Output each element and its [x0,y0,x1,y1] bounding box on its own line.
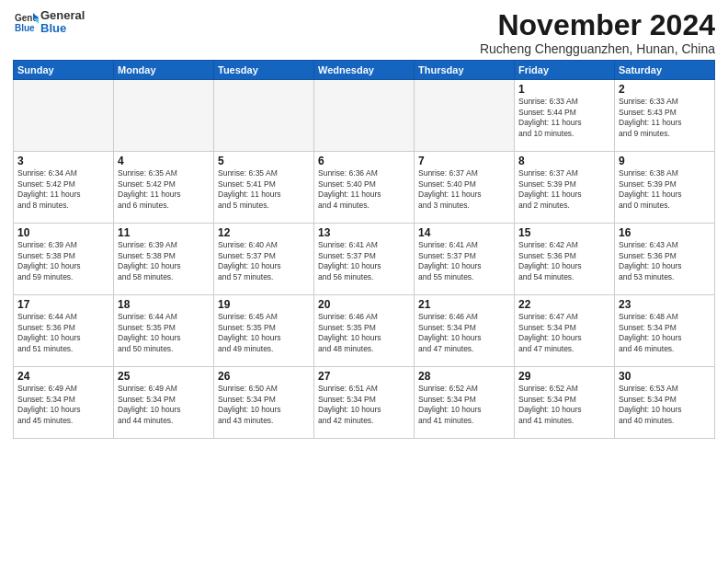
logo-blue: Blue [40,22,85,35]
calendar-cell: 1Sunrise: 6:33 AM Sunset: 5:44 PM Daylig… [515,80,615,152]
day-number: 29 [518,370,610,383]
days-of-week-row: Sunday Monday Tuesday Wednesday Thursday… [14,61,715,80]
calendar-cell: 28Sunrise: 6:52 AM Sunset: 5:34 PM Dayli… [415,367,515,439]
day-number: 24 [17,370,109,383]
day-info: Sunrise: 6:39 AM Sunset: 5:38 PM Dayligh… [118,240,210,282]
calendar-cell [114,80,214,152]
calendar-cell: 9Sunrise: 6:38 AM Sunset: 5:39 PM Daylig… [615,152,715,224]
day-info: Sunrise: 6:48 AM Sunset: 5:34 PM Dayligh… [619,312,711,354]
day-number: 13 [318,226,410,239]
day-number: 16 [619,226,711,239]
calendar-cell: 24Sunrise: 6:49 AM Sunset: 5:34 PM Dayli… [14,367,114,439]
day-info: Sunrise: 6:39 AM Sunset: 5:38 PM Dayligh… [17,240,109,282]
day-number: 18 [118,298,210,311]
day-number: 12 [218,226,310,239]
calendar-cell: 7Sunrise: 6:37 AM Sunset: 5:40 PM Daylig… [415,152,515,224]
day-info: Sunrise: 6:44 AM Sunset: 5:36 PM Dayligh… [17,312,109,354]
day-info: Sunrise: 6:49 AM Sunset: 5:34 PM Dayligh… [17,384,109,426]
calendar-week-4: 17Sunrise: 6:44 AM Sunset: 5:36 PM Dayli… [14,295,715,367]
svg-text:Blue: Blue [15,23,35,33]
calendar-cell [415,80,515,152]
day-number: 23 [619,298,711,311]
calendar-cell: 8Sunrise: 6:37 AM Sunset: 5:39 PM Daylig… [515,152,615,224]
title-block: November 2024 Rucheng Chengguanzhen, Hun… [480,9,715,56]
header-wednesday: Wednesday [314,61,415,80]
day-info: Sunrise: 6:52 AM Sunset: 5:34 PM Dayligh… [518,384,610,426]
day-info: Sunrise: 6:35 AM Sunset: 5:42 PM Dayligh… [118,168,210,211]
header-thursday: Thursday [415,61,515,80]
calendar-week-5: 24Sunrise: 6:49 AM Sunset: 5:34 PM Dayli… [14,367,715,439]
day-info: Sunrise: 6:37 AM Sunset: 5:39 PM Dayligh… [518,168,610,211]
calendar-cell: 13Sunrise: 6:41 AM Sunset: 5:37 PM Dayli… [314,224,415,295]
calendar-cell: 21Sunrise: 6:46 AM Sunset: 5:34 PM Dayli… [415,295,515,367]
calendar-cell: 22Sunrise: 6:47 AM Sunset: 5:34 PM Dayli… [515,295,615,367]
calendar-cell: 14Sunrise: 6:41 AM Sunset: 5:37 PM Dayli… [415,224,515,295]
calendar-cell: 29Sunrise: 6:52 AM Sunset: 5:34 PM Dayli… [515,367,615,439]
calendar-cell: 2Sunrise: 6:33 AM Sunset: 5:43 PM Daylig… [615,80,715,152]
calendar-cell: 10Sunrise: 6:39 AM Sunset: 5:38 PM Dayli… [14,224,114,295]
page-container: General Blue General Blue November 2024 … [0,0,728,446]
day-number: 26 [218,370,310,383]
day-number: 15 [518,226,610,239]
day-number: 19 [218,298,310,311]
calendar-cell: 19Sunrise: 6:45 AM Sunset: 5:35 PM Dayli… [214,295,314,367]
day-info: Sunrise: 6:42 AM Sunset: 5:36 PM Dayligh… [518,240,610,282]
header: General Blue General Blue November 2024 … [13,9,715,56]
day-info: Sunrise: 6:35 AM Sunset: 5:41 PM Dayligh… [218,168,310,211]
calendar-cell [14,80,114,152]
calendar-week-3: 10Sunrise: 6:39 AM Sunset: 5:38 PM Dayli… [14,224,715,295]
calendar-cell: 11Sunrise: 6:39 AM Sunset: 5:38 PM Dayli… [114,224,214,295]
day-number: 1 [518,83,610,96]
calendar-cell: 5Sunrise: 6:35 AM Sunset: 5:41 PM Daylig… [214,152,314,224]
day-number: 17 [17,298,109,311]
day-number: 20 [318,298,410,311]
day-number: 28 [418,370,510,383]
calendar-week-2: 3Sunrise: 6:34 AM Sunset: 5:42 PM Daylig… [14,152,715,224]
day-number: 11 [118,226,210,239]
calendar-cell: 12Sunrise: 6:40 AM Sunset: 5:37 PM Dayli… [214,224,314,295]
logo-icon: General Blue [13,9,39,35]
calendar-cell: 4Sunrise: 6:35 AM Sunset: 5:42 PM Daylig… [114,152,214,224]
calendar-cell: 23Sunrise: 6:48 AM Sunset: 5:34 PM Dayli… [615,295,715,367]
calendar-cell: 30Sunrise: 6:53 AM Sunset: 5:34 PM Dayli… [615,367,715,439]
day-info: Sunrise: 6:41 AM Sunset: 5:37 PM Dayligh… [418,240,510,282]
header-tuesday: Tuesday [214,61,314,80]
day-info: Sunrise: 6:36 AM Sunset: 5:40 PM Dayligh… [318,168,410,211]
day-number: 21 [418,298,510,311]
day-number: 22 [518,298,610,311]
calendar-cell: 3Sunrise: 6:34 AM Sunset: 5:42 PM Daylig… [14,152,114,224]
day-number: 4 [118,155,210,167]
day-number: 27 [318,370,410,383]
calendar-cell [314,80,415,152]
location-title: Rucheng Chengguanzhen, Hunan, China [480,41,715,56]
header-saturday: Saturday [615,61,715,80]
calendar-cell: 18Sunrise: 6:44 AM Sunset: 5:35 PM Dayli… [114,295,214,367]
day-number: 7 [418,155,510,167]
day-info: Sunrise: 6:49 AM Sunset: 5:34 PM Dayligh… [118,384,210,426]
calendar-cell: 6Sunrise: 6:36 AM Sunset: 5:40 PM Daylig… [314,152,415,224]
day-info: Sunrise: 6:51 AM Sunset: 5:34 PM Dayligh… [318,384,410,426]
calendar-cell [214,80,314,152]
logo-general: General [40,9,85,22]
day-number: 10 [17,226,109,239]
day-number: 5 [218,155,310,167]
day-info: Sunrise: 6:46 AM Sunset: 5:34 PM Dayligh… [418,312,510,354]
header-monday: Monday [114,61,214,80]
day-number: 25 [118,370,210,383]
calendar-cell: 15Sunrise: 6:42 AM Sunset: 5:36 PM Dayli… [515,224,615,295]
header-friday: Friday [515,61,615,80]
day-info: Sunrise: 6:40 AM Sunset: 5:37 PM Dayligh… [218,240,310,282]
day-number: 9 [619,155,711,167]
day-info: Sunrise: 6:33 AM Sunset: 5:43 PM Dayligh… [619,97,711,139]
calendar-cell: 17Sunrise: 6:44 AM Sunset: 5:36 PM Dayli… [14,295,114,367]
day-info: Sunrise: 6:50 AM Sunset: 5:34 PM Dayligh… [218,384,310,426]
day-number: 30 [619,370,711,383]
day-info: Sunrise: 6:45 AM Sunset: 5:35 PM Dayligh… [218,312,310,354]
day-info: Sunrise: 6:53 AM Sunset: 5:34 PM Dayligh… [619,384,711,426]
day-info: Sunrise: 6:38 AM Sunset: 5:39 PM Dayligh… [619,168,711,211]
calendar-table: Sunday Monday Tuesday Wednesday Thursday… [13,60,715,439]
header-sunday: Sunday [14,61,114,80]
calendar-cell: 20Sunrise: 6:46 AM Sunset: 5:35 PM Dayli… [314,295,415,367]
day-number: 6 [318,155,410,167]
day-number: 2 [619,83,711,96]
